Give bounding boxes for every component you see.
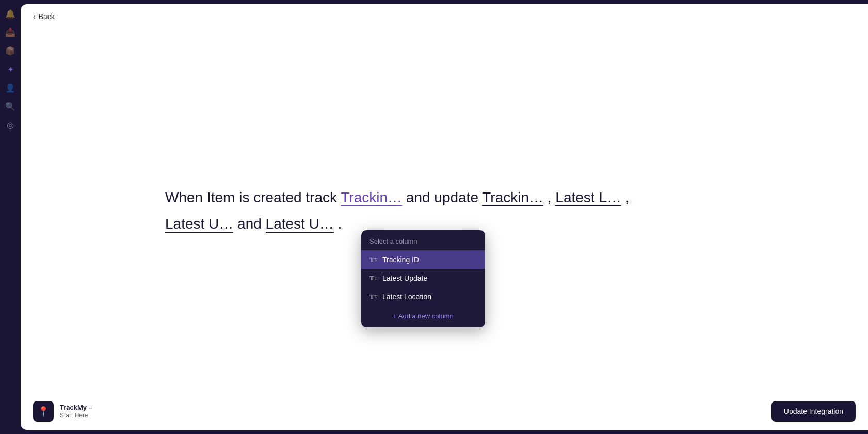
chevron-left-icon: ‹: [33, 12, 36, 21]
token-latest-u1[interactable]: Latest U…: [165, 216, 233, 233]
automation-sentence: When Item is created track Trackin… and …: [165, 185, 630, 237]
text-type-icon-3: TT: [369, 293, 377, 301]
token-latest-l[interactable]: Latest L…: [555, 189, 621, 206]
package-icon[interactable]: 📦: [3, 43, 18, 58]
app-subtitle: Start Here: [60, 412, 92, 419]
user-icon[interactable]: 👤: [3, 81, 18, 95]
bottombar: 📍 TrackMy – Start Here Update Integratio…: [21, 393, 868, 430]
bell-icon[interactable]: 🔔: [3, 6, 18, 21]
content-area: When Item is created track Trackin… and …: [21, 29, 868, 393]
dropdown-header: Select a column: [361, 230, 485, 250]
sentence-part2: and update: [402, 189, 482, 205]
sidebar: 🔔 📥 📦 ✦ 👤 🔍 ◎: [0, 0, 21, 434]
dropdown-item-latest-location[interactable]: TT Latest Location: [361, 287, 485, 306]
sentence-part1: When Item is created track: [165, 189, 341, 205]
app-title: TrackMy –: [60, 404, 92, 412]
app-logo: 📍: [33, 401, 54, 422]
token-latest-u2[interactable]: Latest U…: [266, 216, 334, 233]
token-tracking-link[interactable]: Trackin…: [341, 189, 402, 206]
search-icon[interactable]: 🔍: [3, 99, 18, 114]
inbox-icon[interactable]: 📥: [3, 25, 18, 39]
app-name-block: TrackMy – Start Here: [60, 404, 92, 420]
dropdown-item-tracking-id[interactable]: TT Tracking ID: [361, 250, 485, 269]
add-column-button[interactable]: + Add a new column: [361, 306, 485, 327]
update-integration-button[interactable]: Update Integration: [771, 401, 856, 422]
logo-icon: 📍: [38, 406, 49, 417]
dropdown-item-latest-update[interactable]: TT Latest Update: [361, 269, 485, 287]
dropdown-item-label-2: Latest Update: [382, 274, 427, 282]
sentence-part3: ,: [543, 189, 555, 205]
nav-icon[interactable]: ◎: [3, 118, 18, 132]
dropdown-item-label: Tracking ID: [382, 255, 419, 264]
sentence-part5: and: [233, 216, 265, 232]
back-button[interactable]: ‹ Back: [33, 12, 55, 21]
star-icon[interactable]: ✦: [3, 62, 18, 76]
token-tracking2[interactable]: Trackin…: [482, 189, 543, 206]
sentence-part4: ,: [621, 189, 630, 205]
topbar: ‹ Back: [21, 4, 868, 29]
main-panel: ‹ Back When Item is created track Tracki…: [21, 4, 868, 430]
column-select-dropdown: Select a column TT Tracking ID TT Latest…: [361, 230, 485, 327]
text-type-icon: TT: [369, 255, 377, 264]
app-info: 📍 TrackMy – Start Here: [33, 401, 92, 422]
back-label: Back: [39, 12, 55, 21]
text-type-icon-2: TT: [369, 274, 377, 282]
sentence-part6: .: [334, 216, 342, 232]
dropdown-item-label-3: Latest Location: [382, 293, 431, 301]
